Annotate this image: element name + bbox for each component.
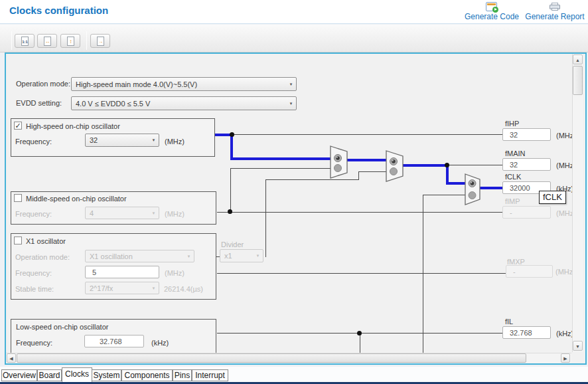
- wire-x1-to-fmxp: [217, 273, 506, 274]
- arrow-left-icon: ◀: [9, 356, 13, 361]
- fit-width-button[interactable]: ↔: [37, 34, 57, 48]
- arrow-right-icon: ▶: [563, 356, 567, 361]
- wire-moco-to-fimp: [217, 212, 502, 213]
- chevron-down-icon: ▼: [286, 82, 296, 86]
- tab-components[interactable]: Components: [121, 369, 173, 381]
- scroll-down-button[interactable]: ▼: [573, 341, 583, 351]
- mux-main-source-1[interactable]: [330, 145, 348, 179]
- page-fit-height-icon: ↕: [67, 37, 74, 46]
- hoco-frequency-select[interactable]: 32 ▼: [85, 134, 159, 147]
- mux-cpu-clock[interactable]: [465, 173, 481, 205]
- horizontal-scrollbar-thumb[interactable]: [17, 353, 526, 363]
- fclk-label: fCLK: [505, 173, 521, 181]
- page-one-to-one-icon: 1:1: [21, 37, 29, 46]
- fmxp-input: [506, 265, 553, 278]
- vertical-scrollbar[interactable]: [572, 54, 583, 352]
- wire-mux3-to-fclk: [480, 187, 503, 189]
- moco-frequency-label: Frequency:: [15, 210, 52, 218]
- zoom-reset-button[interactable]: 1:1: [15, 34, 35, 48]
- x1-stable-time-label: Stable time:: [15, 285, 54, 293]
- fit-height-button[interactable]: ↕: [60, 34, 80, 48]
- tab-clocks[interactable]: Clocks: [62, 367, 92, 382]
- check-icon: ✓: [15, 122, 21, 130]
- tab-interrupt[interactable]: Interrupt: [192, 369, 228, 381]
- wire-divider-to-mux2-h: [265, 179, 358, 180]
- fihp-label: fIHP: [505, 120, 519, 128]
- arrow-up-icon: ▲: [575, 58, 580, 62]
- loco-frequency-label: Frequency:: [16, 339, 52, 347]
- generate-code-label: Generate Code: [459, 12, 524, 21]
- generate-report-label: Generate Report: [523, 12, 587, 21]
- fclk-tooltip: fCLK: [539, 191, 566, 204]
- loco-title: Low-speed on-chip oscillator: [16, 323, 108, 331]
- tab-board[interactable]: Board: [37, 369, 62, 381]
- moco-checkbox[interactable]: [14, 194, 22, 202]
- mux-main-source-2[interactable]: [386, 150, 404, 182]
- printer-icon: [550, 3, 560, 11]
- x1-operation-mode-value: X1 oscillation: [86, 252, 184, 260]
- tab-overview[interactable]: Overview: [1, 369, 37, 381]
- x1-frequency-input[interactable]: [85, 266, 159, 278]
- wire-loco-branch-down: [360, 334, 360, 353]
- x1-operation-mode-label: Operation mode:: [15, 253, 70, 261]
- tab-system[interactable]: System: [92, 369, 121, 381]
- chevron-down-icon: ▼: [149, 211, 159, 215]
- evdd-setting-select[interactable]: 4.0 V ≤ EVDD0 ≤ 5.5 V ▼: [71, 96, 297, 110]
- hoco-frequency-label: Frequency:: [15, 138, 52, 145]
- chevron-down-icon: ▼: [286, 102, 296, 106]
- operation-mode-label: Operation mode:: [16, 80, 70, 88]
- tab-pins[interactable]: Pins: [173, 369, 192, 381]
- fihp-input[interactable]: [502, 128, 551, 141]
- scroll-left-button[interactable]: ◀: [7, 353, 16, 363]
- operation-mode-select[interactable]: High-speed main mode 4.0(V)~5.5(V) ▼: [71, 77, 297, 91]
- x1-frequency-label: Frequency:: [15, 269, 52, 277]
- moco-frequency-unit: (MHz): [165, 210, 184, 218]
- moco-frequency-value: 4: [86, 209, 149, 217]
- wire-moco-up: [230, 168, 231, 213]
- wire-mux1-to-mux2: [347, 159, 386, 161]
- x1-stable-time-select: 2^17/fx ▼: [85, 282, 159, 294]
- fil-input[interactable]: [502, 326, 551, 339]
- wire-moco-to-mux1: [230, 168, 331, 169]
- junction-dot: [230, 132, 234, 137]
- loco-frequency-input[interactable]: [84, 335, 144, 347]
- fimp-input: [502, 206, 551, 219]
- divider-label: Divider: [221, 240, 244, 248]
- moco-frequency-select: 4 ▼: [85, 207, 159, 219]
- wire-hoco-to-mux1: [230, 157, 331, 160]
- wire-mux3-bottom-down: [423, 195, 423, 353]
- x1-stable-time-value: 2^17/fx: [86, 284, 149, 292]
- hoco-checkbox[interactable]: ✓: [14, 122, 22, 130]
- scroll-right-button[interactable]: ▶: [561, 353, 570, 363]
- evdd-setting-label: EVDD setting:: [16, 99, 62, 107]
- fmain-label: fMAIN: [505, 149, 526, 157]
- hoco-frequency-unit: (MHz): [165, 138, 184, 145]
- header: Clocks configuration Generate Code Gener…: [0, 0, 588, 24]
- x1-checkbox[interactable]: [14, 237, 22, 244]
- chevron-down-icon: ▼: [149, 138, 159, 142]
- fmain-input[interactable]: [502, 158, 551, 171]
- moco-title: Middle-speed on-chip oscillator: [26, 195, 127, 203]
- junction-dot: [228, 209, 232, 214]
- wire-to-fmain: [449, 165, 502, 165]
- export-diagram-button[interactable]: →: [90, 34, 110, 48]
- evdd-setting-value: 4.0 V ≤ EVDD0 ≤ 5.5 V: [72, 100, 286, 108]
- x1-frequency-unit: (MHz): [165, 269, 184, 277]
- wire-mux2-out: [403, 164, 447, 167]
- x1-stable-time-result: 26214.4(µs): [164, 285, 203, 293]
- junction-dot: [445, 163, 449, 167]
- divider-select: x1 ▼: [220, 249, 263, 262]
- page-export-icon: →: [97, 37, 104, 46]
- chevron-down-icon: ▼: [184, 254, 194, 258]
- scroll-up-button[interactable]: ▲: [573, 54, 583, 64]
- x1-operation-mode-select: X1 oscillation ▼: [85, 250, 194, 262]
- wire-divider-up: [265, 179, 266, 257]
- wire-divider-to-mux2-v: [358, 171, 359, 180]
- toolbar-separator: [86, 31, 87, 50]
- generate-code-button[interactable]: Generate Code: [459, 1, 524, 23]
- wire-to-mux3-bottom: [423, 195, 466, 195]
- operation-mode-value: High-speed main mode 4.0(V)~5.5(V): [72, 80, 286, 88]
- generate-report-button[interactable]: Generate Report: [523, 1, 587, 23]
- vertical-scrollbar-thumb[interactable]: [573, 66, 583, 95]
- wire-hoco-down: [230, 134, 233, 159]
